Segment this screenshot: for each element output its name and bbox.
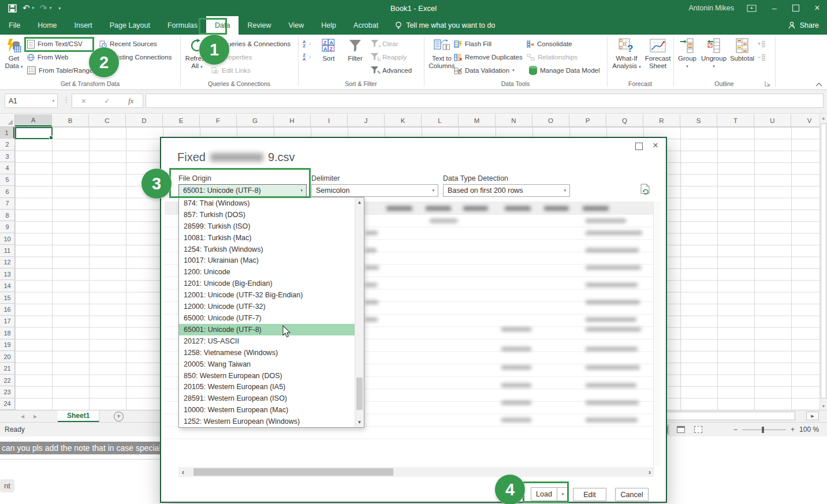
minimize-button[interactable]: – (769, 3, 780, 13)
encoding-option[interactable]: 1258: Vietnamese (Windows) (179, 347, 355, 359)
text-to-columns-button[interactable]: Text to Columns (426, 36, 457, 78)
ribbon-tab[interactable]: View (280, 16, 312, 35)
column-header[interactable]: D (126, 114, 163, 126)
encoding-option[interactable]: 12001: Unicode (UTF-32 Big-Endian) (179, 289, 355, 301)
column-header[interactable]: E (163, 114, 200, 126)
encoding-option[interactable]: 10000: Western European (Mac) (179, 404, 355, 416)
name-box-caret-icon[interactable]: ▾ (52, 99, 54, 103)
maximize-button[interactable] (792, 5, 799, 12)
forecast-sheet-button[interactable]: Forecast Sheet (643, 36, 672, 78)
encoding-option[interactable]: 28599: Turkish (ISO) (179, 221, 355, 232)
row-header[interactable]: 8 (0, 210, 14, 221)
formula-bar-splitter[interactable]: ⋮ (62, 95, 70, 104)
column-header[interactable]: T (717, 114, 754, 126)
page-layout-view-icon[interactable] (677, 426, 685, 433)
what-if-analysis-button[interactable]: ? What-If Analysis ▾ (611, 36, 642, 78)
column-header[interactable]: M (459, 114, 496, 126)
row-header[interactable]: 22 (0, 375, 14, 386)
manage-data-model-button[interactable]: Manage Data Model (529, 64, 600, 77)
encoding-option[interactable]: 65000: Unicode (UTF-7) (179, 312, 355, 324)
column-header[interactable]: A (15, 114, 52, 126)
consolidate-button[interactable]: Consolidate (527, 38, 572, 50)
zoom-in-icon[interactable]: + (791, 425, 795, 434)
encoding-option[interactable]: 65001: Unicode (UTF-8) (179, 324, 355, 335)
scroll-up-icon[interactable]: ▲ (820, 116, 827, 120)
vertical-scrollbar[interactable]: ▲ ▼ (819, 114, 827, 410)
vertical-scroll-thumb[interactable] (821, 124, 826, 398)
row-header[interactable]: 15 (0, 292, 14, 304)
row-header[interactable]: 5 (0, 174, 14, 186)
column-header[interactable]: C (89, 114, 126, 126)
scroll-down-icon[interactable]: ▼ (820, 404, 827, 408)
show-detail-button[interactable]: + (758, 38, 766, 50)
ribbon-tab[interactable]: Formulas (159, 16, 206, 35)
row-header[interactable]: 21 (0, 363, 14, 374)
ribbon-tab[interactable]: Data (206, 16, 239, 35)
collapse-ribbon-icon[interactable] (815, 82, 822, 87)
horizontal-scrollbar[interactable]: ▶ (651, 410, 827, 422)
share-button[interactable]: Share (788, 16, 819, 35)
column-header[interactable]: L (422, 114, 459, 126)
column-header[interactable]: I (311, 114, 348, 126)
from-table-range-button[interactable]: From Table/Range (27, 64, 93, 77)
ribbon-display-options-icon[interactable] (747, 5, 757, 12)
preview-scroll-thumb[interactable] (193, 468, 393, 476)
scroll-right-button[interactable]: ▶ (806, 412, 819, 420)
encoding-option[interactable]: 28591: Western European (ISO) (179, 393, 355, 404)
row-header[interactable]: 9 (0, 221, 14, 233)
fill-handle[interactable] (49, 136, 53, 140)
list-scroll-thumb[interactable] (356, 378, 363, 410)
column-header[interactable]: Q (606, 114, 643, 126)
encoding-list-scrollbar[interactable]: ▲ ▼ (355, 197, 364, 427)
subtotal-button[interactable]: Subtotal (729, 36, 755, 78)
edit-button[interactable]: Edit (573, 488, 606, 501)
row-header[interactable]: 18 (0, 327, 14, 339)
file-origin-select[interactable]: 65001: Unicode (UTF-8)▾ (178, 184, 307, 197)
column-header[interactable]: U (754, 114, 791, 126)
user-name[interactable]: Antonin Mikes (688, 4, 734, 12)
ribbon-tab[interactable]: Insert (66, 16, 101, 35)
get-data-button[interactable]: Get Data ▾ (1, 36, 27, 78)
encoding-option[interactable]: 20005: Wang Taiwan (179, 359, 355, 370)
row-header[interactable]: 2 (0, 139, 14, 150)
hide-detail-button[interactable]: − (758, 51, 766, 64)
sheet-nav-left-icon[interactable]: ◀ (21, 410, 24, 422)
load-options-caret-icon[interactable]: ▾ (557, 487, 569, 501)
row-header[interactable]: 14 (0, 280, 14, 292)
preview-scroll-right-icon[interactable]: › (649, 467, 651, 477)
column-header[interactable]: P (569, 114, 606, 126)
cancel-button[interactable]: Cancel (615, 488, 649, 501)
data-validation-button[interactable]: Data Validation▾ (454, 64, 515, 77)
row-header[interactable]: 6 (0, 186, 14, 197)
preview-vertical-scrollbar[interactable] (653, 201, 661, 466)
encoding-option[interactable]: 10081: Turkish (Mac) (179, 232, 355, 244)
dialog-close-icon[interactable]: × (653, 140, 658, 151)
row-header[interactable]: 4 (0, 162, 14, 174)
sort-za-button[interactable]: ZA↓ (303, 51, 311, 64)
row-header[interactable]: 11 (0, 245, 14, 256)
insert-function-icon[interactable]: fx (128, 96, 133, 106)
column-header[interactable]: O (532, 114, 569, 126)
encoding-option[interactable]: 1252: Western European (Windows) (179, 416, 355, 427)
selected-cell-a1[interactable] (15, 127, 53, 139)
ribbon-tab[interactable]: Home (29, 16, 65, 35)
encoding-option[interactable]: 20105: Western European (IA5) (179, 382, 355, 393)
ribbon-tab[interactable]: Help (312, 16, 345, 35)
zoom-slider[interactable] (742, 430, 786, 430)
zoom-level[interactable]: 100 % (799, 425, 819, 434)
ribbon-tab[interactable]: File (0, 16, 29, 35)
row-header[interactable]: 13 (0, 268, 14, 280)
column-header[interactable]: R (643, 114, 680, 126)
zoom-out-icon[interactable]: − (733, 425, 737, 434)
preview-scroll-left-icon[interactable]: ‹ (182, 467, 184, 477)
encoding-option[interactable]: 857: Turkish (DOS) (179, 209, 355, 221)
encoding-option[interactable]: 10017: Ukrainian (Mac) (179, 255, 355, 267)
row-header[interactable]: 20 (0, 351, 14, 363)
select-all-corner[interactable] (0, 114, 15, 127)
column-header[interactable]: V (791, 114, 819, 126)
column-header[interactable]: H (274, 114, 311, 126)
ribbon-tab[interactable]: Acrobat (345, 16, 387, 35)
filter-button[interactable]: Filter (342, 36, 368, 78)
list-scroll-up-icon[interactable]: ▲ (355, 200, 364, 205)
dialog-maximize-icon[interactable] (635, 143, 643, 150)
